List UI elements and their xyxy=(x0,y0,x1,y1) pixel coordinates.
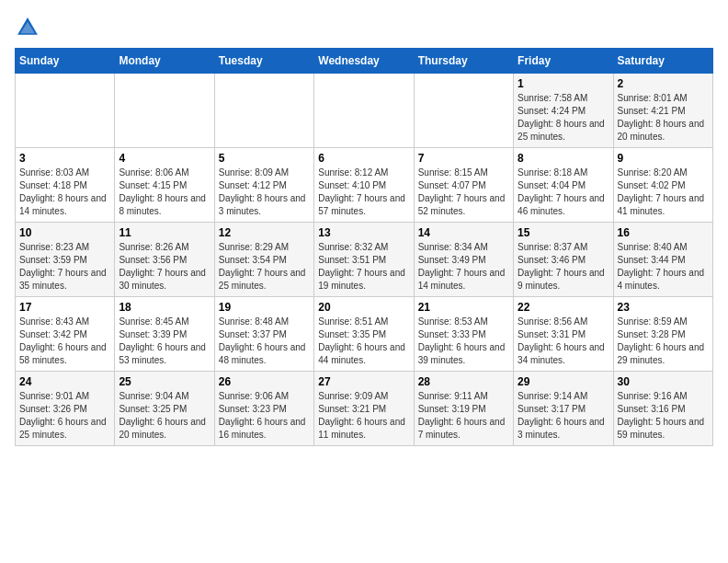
calendar-cell: 20Sunrise: 8:51 AM Sunset: 3:35 PM Dayli… xyxy=(314,297,414,372)
day-info: Sunrise: 8:59 AM Sunset: 3:28 PM Dayligh… xyxy=(618,316,709,367)
day-number: 12 xyxy=(219,226,310,239)
day-number: 17 xyxy=(19,301,110,314)
weekday-header: Monday xyxy=(115,49,214,74)
calendar-cell: 21Sunrise: 8:53 AM Sunset: 3:33 PM Dayli… xyxy=(414,297,513,372)
day-number: 22 xyxy=(518,301,609,314)
weekday-header: Wednesday xyxy=(314,49,414,74)
day-info: Sunrise: 9:14 AM Sunset: 3:17 PM Dayligh… xyxy=(518,390,609,442)
day-info: Sunrise: 8:45 AM Sunset: 3:39 PM Dayligh… xyxy=(119,316,210,367)
day-number: 1 xyxy=(518,77,609,90)
calendar-cell: 11Sunrise: 8:26 AM Sunset: 3:56 PM Dayli… xyxy=(115,223,214,297)
weekday-header: Thursday xyxy=(414,49,513,74)
calendar-cell: 24Sunrise: 9:01 AM Sunset: 3:26 PM Dayli… xyxy=(16,372,115,446)
calendar-cell: 8Sunrise: 8:18 AM Sunset: 4:04 PM Daylig… xyxy=(514,148,613,223)
day-info: Sunrise: 7:58 AM Sunset: 4:24 PM Dayligh… xyxy=(518,92,609,144)
day-info: Sunrise: 8:48 AM Sunset: 3:37 PM Dayligh… xyxy=(219,316,310,367)
day-number: 18 xyxy=(119,301,210,314)
calendar-cell: 3Sunrise: 8:03 AM Sunset: 4:18 PM Daylig… xyxy=(16,148,115,223)
calendar-cell: 17Sunrise: 8:43 AM Sunset: 3:42 PM Dayli… xyxy=(16,297,115,372)
day-number: 14 xyxy=(418,226,509,239)
day-info: Sunrise: 8:29 AM Sunset: 3:54 PM Dayligh… xyxy=(219,241,310,293)
calendar-table: SundayMondayTuesdayWednesdayThursdayFrid… xyxy=(15,48,713,446)
calendar-cell: 13Sunrise: 8:32 AM Sunset: 3:51 PM Dayli… xyxy=(314,223,414,297)
day-number: 5 xyxy=(219,152,310,165)
day-info: Sunrise: 8:12 AM Sunset: 4:10 PM Dayligh… xyxy=(318,167,409,218)
weekday-header: Tuesday xyxy=(214,49,313,74)
day-number: 23 xyxy=(618,301,709,314)
calendar-cell: 22Sunrise: 8:56 AM Sunset: 3:31 PM Dayli… xyxy=(514,297,613,372)
day-number: 21 xyxy=(418,301,509,314)
day-number: 4 xyxy=(119,152,210,165)
day-number: 6 xyxy=(318,152,409,165)
calendar-cell: 26Sunrise: 9:06 AM Sunset: 3:23 PM Dayli… xyxy=(214,372,313,446)
day-info: Sunrise: 8:43 AM Sunset: 3:42 PM Dayligh… xyxy=(19,316,110,367)
day-number: 3 xyxy=(19,152,110,165)
day-number: 16 xyxy=(618,226,709,239)
calendar-cell: 28Sunrise: 9:11 AM Sunset: 3:19 PM Dayli… xyxy=(414,372,513,446)
day-info: Sunrise: 9:06 AM Sunset: 3:23 PM Dayligh… xyxy=(219,390,310,442)
calendar-cell: 18Sunrise: 8:45 AM Sunset: 3:39 PM Dayli… xyxy=(115,297,214,372)
calendar-cell: 14Sunrise: 8:34 AM Sunset: 3:49 PM Dayli… xyxy=(414,223,513,297)
calendar-cell xyxy=(314,74,414,148)
calendar-cell: 9Sunrise: 8:20 AM Sunset: 4:02 PM Daylig… xyxy=(613,148,712,223)
day-number: 11 xyxy=(119,226,210,239)
calendar-cell: 25Sunrise: 9:04 AM Sunset: 3:25 PM Dayli… xyxy=(115,372,214,446)
calendar-cell: 23Sunrise: 8:59 AM Sunset: 3:28 PM Dayli… xyxy=(613,297,712,372)
calendar-cell: 7Sunrise: 8:15 AM Sunset: 4:07 PM Daylig… xyxy=(414,148,513,223)
day-number: 26 xyxy=(219,375,310,388)
calendar-cell: 29Sunrise: 9:14 AM Sunset: 3:17 PM Dayli… xyxy=(514,372,613,446)
day-info: Sunrise: 8:37 AM Sunset: 3:46 PM Dayligh… xyxy=(518,241,609,293)
calendar-week-row: 1Sunrise: 7:58 AM Sunset: 4:24 PM Daylig… xyxy=(16,74,713,148)
day-info: Sunrise: 8:56 AM Sunset: 3:31 PM Dayligh… xyxy=(518,316,609,367)
day-info: Sunrise: 8:23 AM Sunset: 3:59 PM Dayligh… xyxy=(19,241,110,293)
calendar-cell: 1Sunrise: 7:58 AM Sunset: 4:24 PM Daylig… xyxy=(514,74,613,148)
day-info: Sunrise: 8:03 AM Sunset: 4:18 PM Dayligh… xyxy=(19,167,110,218)
calendar-cell: 10Sunrise: 8:23 AM Sunset: 3:59 PM Dayli… xyxy=(16,223,115,297)
day-info: Sunrise: 8:32 AM Sunset: 3:51 PM Dayligh… xyxy=(318,241,409,293)
weekday-header: Saturday xyxy=(613,49,712,74)
day-info: Sunrise: 9:16 AM Sunset: 3:16 PM Dayligh… xyxy=(618,390,709,442)
day-info: Sunrise: 8:20 AM Sunset: 4:02 PM Dayligh… xyxy=(618,167,709,218)
day-number: 10 xyxy=(19,226,110,239)
header xyxy=(15,15,713,40)
calendar-cell xyxy=(16,74,115,148)
day-number: 9 xyxy=(618,152,709,165)
day-info: Sunrise: 8:53 AM Sunset: 3:33 PM Dayligh… xyxy=(418,316,509,367)
calendar-cell: 5Sunrise: 8:09 AM Sunset: 4:12 PM Daylig… xyxy=(214,148,313,223)
day-info: Sunrise: 8:34 AM Sunset: 3:49 PM Dayligh… xyxy=(418,241,509,293)
day-number: 29 xyxy=(518,375,609,388)
weekday-header: Sunday xyxy=(16,49,115,74)
day-number: 2 xyxy=(618,77,709,90)
day-number: 24 xyxy=(19,375,110,388)
calendar-cell: 19Sunrise: 8:48 AM Sunset: 3:37 PM Dayli… xyxy=(214,297,313,372)
calendar-cell: 4Sunrise: 8:06 AM Sunset: 4:15 PM Daylig… xyxy=(115,148,214,223)
day-number: 8 xyxy=(518,152,609,165)
calendar-week-row: 24Sunrise: 9:01 AM Sunset: 3:26 PM Dayli… xyxy=(16,372,713,446)
day-info: Sunrise: 8:40 AM Sunset: 3:44 PM Dayligh… xyxy=(618,241,709,293)
calendar-cell xyxy=(414,74,513,148)
calendar-week-row: 3Sunrise: 8:03 AM Sunset: 4:18 PM Daylig… xyxy=(16,148,713,223)
calendar-body: 1Sunrise: 7:58 AM Sunset: 4:24 PM Daylig… xyxy=(16,74,713,446)
day-info: Sunrise: 8:18 AM Sunset: 4:04 PM Dayligh… xyxy=(518,167,609,218)
logo-icon xyxy=(15,15,40,40)
calendar-cell: 30Sunrise: 9:16 AM Sunset: 3:16 PM Dayli… xyxy=(613,372,712,446)
day-info: Sunrise: 9:04 AM Sunset: 3:25 PM Dayligh… xyxy=(119,390,210,442)
day-info: Sunrise: 8:51 AM Sunset: 3:35 PM Dayligh… xyxy=(318,316,409,367)
calendar-week-row: 17Sunrise: 8:43 AM Sunset: 3:42 PM Dayli… xyxy=(16,297,713,372)
day-number: 27 xyxy=(318,375,409,388)
day-info: Sunrise: 8:26 AM Sunset: 3:56 PM Dayligh… xyxy=(119,241,210,293)
day-number: 25 xyxy=(119,375,210,388)
day-info: Sunrise: 9:11 AM Sunset: 3:19 PM Dayligh… xyxy=(418,390,509,442)
calendar-cell: 6Sunrise: 8:12 AM Sunset: 4:10 PM Daylig… xyxy=(314,148,414,223)
weekday-header: Friday xyxy=(514,49,613,74)
calendar-cell: 12Sunrise: 8:29 AM Sunset: 3:54 PM Dayli… xyxy=(214,223,313,297)
day-info: Sunrise: 8:15 AM Sunset: 4:07 PM Dayligh… xyxy=(418,167,509,218)
calendar-cell: 27Sunrise: 9:09 AM Sunset: 3:21 PM Dayli… xyxy=(314,372,414,446)
day-number: 19 xyxy=(219,301,310,314)
day-number: 15 xyxy=(518,226,609,239)
day-info: Sunrise: 8:09 AM Sunset: 4:12 PM Dayligh… xyxy=(219,167,310,218)
day-info: Sunrise: 8:06 AM Sunset: 4:15 PM Dayligh… xyxy=(119,167,210,218)
calendar-header: SundayMondayTuesdayWednesdayThursdayFrid… xyxy=(16,49,713,74)
calendar-cell xyxy=(214,74,313,148)
calendar-week-row: 10Sunrise: 8:23 AM Sunset: 3:59 PM Dayli… xyxy=(16,223,713,297)
